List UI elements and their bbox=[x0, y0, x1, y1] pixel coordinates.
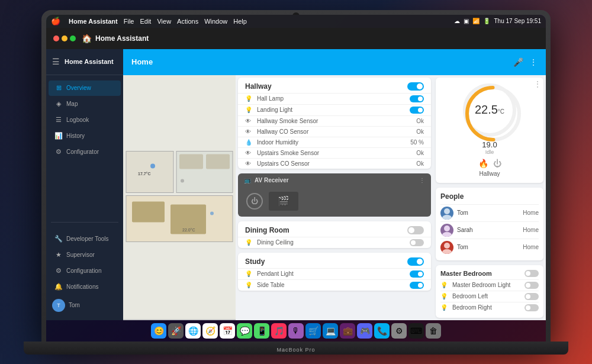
eye-icon4: 👁 bbox=[245, 160, 253, 167]
menu-view[interactable]: View bbox=[157, 18, 171, 25]
sidebar-item-supervisor[interactable]: ★ Supervisor bbox=[49, 247, 121, 263]
svg-point-4 bbox=[150, 163, 155, 168]
pendant-row: 💡 Pendant Light bbox=[238, 268, 431, 279]
laptop-screen-housing: 🍎 Home Assistant File Edit View Actions … bbox=[41, 10, 551, 342]
pendant-toggle[interactable] bbox=[410, 270, 424, 278]
dock-icon-finder[interactable]: 😊 bbox=[151, 323, 166, 339]
sidebar-item-notifications[interactable]: 🔔 Notifications bbox=[49, 279, 121, 295]
dock-icon-terminal[interactable]: ⌨ bbox=[408, 323, 424, 339]
mic-icon[interactable]: 🎤 bbox=[513, 57, 523, 67]
dining-toggle[interactable] bbox=[407, 226, 424, 234]
menu-window[interactable]: Window bbox=[204, 18, 227, 25]
dock-icon-appstore[interactable]: 🛒 bbox=[305, 323, 321, 339]
dock-icon-safari[interactable]: 🧭 bbox=[202, 323, 218, 339]
menu-help[interactable]: Help bbox=[233, 18, 247, 25]
av-title: AV Receiver bbox=[255, 177, 419, 183]
thermostat-more-icon[interactable]: ⋮ bbox=[534, 80, 541, 88]
eye-icon: 👁 bbox=[245, 118, 253, 124]
smoke-sensor-label: Hallway Smoke Sensor bbox=[257, 118, 416, 124]
dock-icon-vscode[interactable]: 💻 bbox=[323, 323, 338, 339]
sidebar-item-logbook[interactable]: ☰ Logbook bbox=[49, 112, 121, 128]
side-table-toggle[interactable] bbox=[410, 282, 424, 289]
dock-icon-discord[interactable]: 🎮 bbox=[357, 323, 372, 339]
menu-actions[interactable]: Actions bbox=[177, 18, 198, 25]
side-table-label: Side Table bbox=[257, 282, 410, 288]
bulb-icon4: 💡 bbox=[245, 270, 253, 277]
hall-lamp-label: Hall Lamp bbox=[257, 95, 410, 102]
power-icon[interactable]: ⏻ bbox=[493, 159, 501, 168]
humidity-icon: 💧 bbox=[245, 139, 253, 146]
bedroom-left-row: 💡 Bedroom Left bbox=[440, 291, 539, 302]
right-panel: ⋮ bbox=[433, 75, 546, 320]
master-light-row: 💡 Master Bedroom Light bbox=[440, 279, 539, 291]
dock-icon-settings[interactable]: ⚙ bbox=[391, 323, 407, 339]
landing-light-toggle[interactable] bbox=[410, 107, 424, 114]
hamburger-icon[interactable]: ☰ bbox=[52, 57, 60, 66]
laptop-base: MacBook Pro bbox=[24, 342, 568, 355]
dock-icon-trash[interactable]: 🗑 bbox=[426, 323, 441, 339]
sidebar-item-map[interactable]: ◈ Map bbox=[49, 96, 121, 112]
dock-icon-slack[interactable]: 💼 bbox=[340, 323, 355, 339]
dock-icon-chrome[interactable]: 🌐 bbox=[185, 323, 201, 339]
people-title: People bbox=[440, 192, 539, 201]
dock-icon-podcasts[interactable]: 🎙 bbox=[288, 323, 304, 339]
macos-desktop: 🍎 Home Assistant File Edit View Actions … bbox=[46, 15, 546, 342]
av-icon: 📺 bbox=[244, 177, 251, 183]
side-table-row: 💡 Side Table bbox=[238, 279, 431, 291]
tom-avatar bbox=[440, 207, 453, 220]
svg-rect-10 bbox=[179, 154, 203, 169]
av-power-button[interactable]: ⏻ bbox=[246, 193, 263, 210]
dining-title: Dining Room bbox=[245, 226, 289, 234]
content-grid: 17.7°C bbox=[123, 75, 546, 320]
av-device-display: 🎬 bbox=[269, 192, 298, 211]
master-light-toggle[interactable] bbox=[525, 282, 539, 289]
dock-icon-music[interactable]: 🎵 bbox=[271, 323, 287, 339]
minimize-button[interactable] bbox=[62, 36, 67, 41]
bulb-icon5: 💡 bbox=[245, 282, 253, 288]
bedroom-right-toggle[interactable] bbox=[525, 304, 539, 311]
svg-point-20 bbox=[442, 232, 452, 237]
master-toggle[interactable] bbox=[525, 270, 539, 277]
sidebar-item-overview[interactable]: ⊞ Overview bbox=[49, 80, 121, 96]
menu-file[interactable]: File bbox=[124, 18, 134, 25]
av-more-icon[interactable]: ⋮ bbox=[419, 177, 425, 183]
menubar-screen-icon: ▣ bbox=[464, 18, 469, 24]
bedroom-left-toggle[interactable] bbox=[525, 293, 539, 300]
hallway-toggle[interactable] bbox=[407, 82, 424, 91]
macbook-pro-label: MacBook Pro bbox=[276, 347, 315, 353]
eye-icon3: 👁 bbox=[245, 150, 253, 156]
flame-icon: 🔥 bbox=[478, 159, 488, 168]
sidebar-item-developer-tools[interactable]: 🔧 Developer Tools bbox=[49, 231, 121, 247]
menu-edit[interactable]: Edit bbox=[140, 18, 151, 25]
floorplan-upper: 17.7°C bbox=[123, 75, 236, 320]
sidebar-item-configuration[interactable]: ⚙ Configuration bbox=[49, 263, 121, 279]
sidebar-item-history[interactable]: 📊 History bbox=[49, 128, 121, 144]
svg-text:17.7°C: 17.7°C bbox=[138, 171, 150, 175]
people-card: People Tom Home bbox=[436, 188, 543, 260]
more-icon[interactable]: ⋮ bbox=[529, 57, 538, 67]
person-row-sarah: Sarah Home bbox=[440, 221, 539, 239]
panels-section[interactable]: Hallway 💡 Hall Lamp bbox=[236, 75, 433, 320]
maximize-button[interactable] bbox=[70, 36, 76, 41]
hallway-title: Hallway bbox=[245, 82, 272, 91]
dining-ceiling-toggle[interactable] bbox=[410, 239, 424, 246]
co-sensor-row: 👁 Hallway CO Sensor Ok bbox=[238, 126, 431, 137]
sidebar-user[interactable]: T Tom bbox=[46, 295, 123, 315]
configurator-icon: ⚙ bbox=[54, 148, 63, 156]
upstairs-co-label: Upstairs CO Sensor bbox=[257, 160, 416, 167]
apple-icon[interactable]: 🍎 bbox=[51, 17, 60, 25]
dock-icon-launchpad[interactable]: 🚀 bbox=[168, 323, 184, 339]
hall-lamp-toggle[interactable] bbox=[410, 95, 424, 102]
dock-icon-calendar[interactable]: 📅 bbox=[220, 323, 235, 339]
dock-icon-skype[interactable]: 📞 bbox=[374, 323, 390, 339]
person-row-tom2: Tom Home bbox=[440, 239, 539, 256]
dock-icon-messages[interactable]: 💬 bbox=[237, 323, 252, 339]
dock-icon-phone[interactable]: 📱 bbox=[254, 323, 269, 339]
sidebar-item-configurator[interactable]: ⚙ Configurator bbox=[49, 144, 121, 160]
tom2-avatar bbox=[440, 241, 453, 254]
window-titlebar: 🏠 Home Assistant bbox=[46, 28, 546, 49]
close-button[interactable] bbox=[53, 36, 59, 41]
study-title: Study bbox=[245, 257, 265, 266]
study-toggle[interactable] bbox=[407, 257, 424, 266]
tom2-status: Home bbox=[523, 244, 539, 250]
